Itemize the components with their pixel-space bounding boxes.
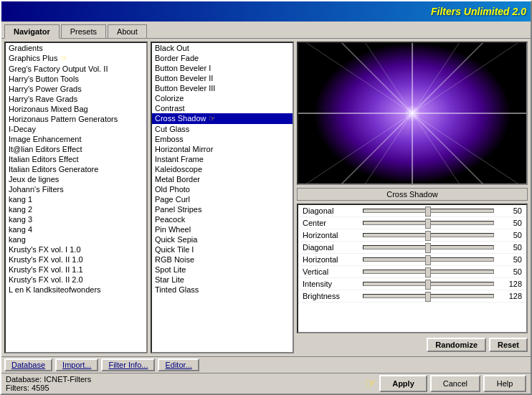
effect-list-item[interactable]: Quick Tile I [152, 244, 293, 254]
effect-list-item[interactable]: Horizontal Mirror [152, 144, 293, 154]
list-item[interactable]: It@lian Editors Effect [6, 144, 146, 154]
list-item[interactable]: Harry's Power Grads [6, 84, 146, 94]
effect-list-item[interactable]: Colorize [152, 93, 293, 103]
slider-thumb[interactable] [425, 280, 431, 290]
list-item[interactable]: Johann's Filters [6, 184, 146, 194]
slider-value: 50 [497, 206, 522, 215]
slider-row: Intensity128 [298, 278, 526, 290]
effect-list-item[interactable]: Star Lite [152, 275, 293, 285]
list-item[interactable]: Italian Editors Generatore [6, 164, 146, 174]
list-item[interactable]: Italian Editors Effect [6, 154, 146, 164]
slider-label: Diagonal [303, 206, 360, 215]
effect-list-item[interactable]: Button Beveler II [152, 73, 293, 83]
list-item[interactable]: Greg's Factory Output Vol. II [6, 64, 146, 74]
slider-track[interactable] [363, 245, 494, 249]
reset-button[interactable]: Reset [489, 338, 528, 352]
list-item[interactable]: Graphics Plus ☞ [6, 53, 146, 64]
slider-thumb[interactable] [425, 267, 431, 277]
slider-thumb[interactable] [425, 255, 431, 265]
slider-label: Intensity [303, 280, 360, 288]
effect-list-item[interactable]: Border Fade [152, 53, 293, 63]
tab-navigator[interactable]: Navigator [4, 24, 60, 39]
list-item[interactable]: Krusty's FX vol. II 2.0 [6, 275, 146, 285]
list-item[interactable]: kang 2 [6, 204, 146, 214]
effect-list-item[interactable]: Instant Frame [152, 154, 293, 164]
list-item[interactable]: I-Decay [6, 124, 146, 134]
slider-row: Center50 [298, 217, 526, 229]
slider-label: Vertical [303, 267, 360, 276]
effect-list-item[interactable]: Cross Shadow ☞ [152, 113, 293, 124]
slider-track[interactable] [363, 233, 494, 237]
slider-row: Diagonal50 [298, 205, 526, 217]
list-item[interactable]: Image Enhancement [6, 134, 146, 144]
effect-list-item[interactable]: Panel Stripes [152, 204, 293, 214]
effect-list-item[interactable]: Peacock [152, 214, 293, 224]
effect-list-item[interactable]: Kaleidoscope [152, 164, 293, 174]
list-item[interactable]: Jeux de lignes [6, 174, 146, 184]
effect-list-item[interactable]: Contrast [152, 103, 293, 113]
list-item[interactable]: Harry's Rave Grads [6, 94, 146, 104]
effect-list-item[interactable]: Button Beveler III [152, 83, 293, 93]
list-item[interactable]: Gradients [6, 43, 146, 53]
list-item[interactable]: Harry's Button Tools [6, 74, 146, 84]
slider-value: 50 [497, 243, 522, 252]
effect-list-item[interactable]: Black Out [152, 43, 293, 53]
effect-list-item[interactable]: RGB Noise [152, 254, 293, 265]
tab-presets[interactable]: Presets [61, 24, 106, 38]
effect-list-item[interactable]: Pin Wheel [152, 224, 293, 234]
slider-track[interactable] [363, 270, 494, 274]
main-content: GradientsGraphics Plus ☞Greg's Factory O… [1, 39, 531, 356]
slider-label: Center [303, 219, 360, 227]
database-button[interactable]: Database [4, 358, 52, 371]
effect-list-item[interactable]: Quick Sepia [152, 234, 293, 244]
slider-value: 50 [497, 231, 522, 239]
list-item[interactable]: Krusty's FX vol. II 1.1 [6, 265, 146, 275]
effect-name-bar: Cross Shadow [297, 188, 528, 201]
slider-track[interactable] [363, 257, 494, 262]
slider-thumb[interactable] [425, 206, 431, 216]
cancel-button[interactable]: Cancel [430, 375, 480, 392]
slider-thumb[interactable] [425, 292, 431, 302]
list-item[interactable]: kang 1 [6, 194, 146, 204]
randomize-button[interactable]: Randomize [427, 338, 486, 352]
slider-track[interactable] [363, 221, 494, 225]
effect-list-item[interactable]: Button Beveler I [152, 63, 293, 73]
import-button[interactable]: Import... [55, 358, 98, 371]
slider-thumb[interactable] [425, 243, 431, 253]
effect-list[interactable]: Black OutBorder FadeButton Beveler IButt… [151, 42, 294, 353]
category-list[interactable]: GradientsGraphics Plus ☞Greg's Factory O… [4, 42, 148, 353]
tab-about[interactable]: About [108, 24, 147, 38]
apply-button[interactable]: Apply [379, 375, 427, 392]
help-button[interactable]: Help [483, 375, 526, 392]
list-item[interactable]: Horizonaus Mixed Bag [6, 104, 146, 114]
list-item[interactable]: kang 3 [6, 214, 146, 224]
preview-svg [298, 43, 526, 184]
slider-thumb[interactable] [425, 219, 431, 229]
slider-value: 50 [497, 255, 522, 264]
slider-label: Diagonal [303, 243, 360, 252]
list-item[interactable]: Krusty's FX vol. I 1.0 [6, 244, 146, 254]
effect-list-item[interactable]: Spot Lite [152, 265, 293, 275]
effect-list-item[interactable]: Cut Glass [152, 124, 293, 134]
slider-track[interactable] [363, 209, 494, 213]
slider-track[interactable] [363, 282, 494, 286]
editor-button[interactable]: Editor... [158, 358, 199, 371]
list-item[interactable]: Horizonaus Pattern Generators [6, 114, 146, 124]
slider-thumb[interactable] [425, 231, 431, 241]
effect-list-item[interactable]: Old Photo [152, 184, 293, 194]
list-item[interactable]: Krusty's FX vol. II 1.0 [6, 254, 146, 265]
main-window: Filters Unlimited 2.0 Navigator Presets … [0, 0, 532, 395]
filter-info-button[interactable]: Filter Info... [101, 358, 155, 371]
database-value: ICNET-Filters [44, 375, 91, 384]
effect-list-item[interactable]: Tinted Glass [152, 285, 293, 295]
list-item[interactable]: L en K landksiteofwonders [6, 285, 146, 295]
slider-label: Horizontal [303, 231, 360, 239]
left-panel: GradientsGraphics Plus ☞Greg's Factory O… [4, 42, 148, 353]
slider-track[interactable] [363, 294, 494, 298]
right-panel: Cross Shadow Diagonal50Center50Horizonta… [297, 42, 528, 353]
effect-list-item[interactable]: Metal Border [152, 174, 293, 184]
effect-list-item[interactable]: Emboss [152, 134, 293, 144]
list-item[interactable]: kang 4 [6, 224, 146, 234]
effect-list-item[interactable]: Page Curl [152, 194, 293, 204]
list-item[interactable]: kang [6, 234, 146, 244]
